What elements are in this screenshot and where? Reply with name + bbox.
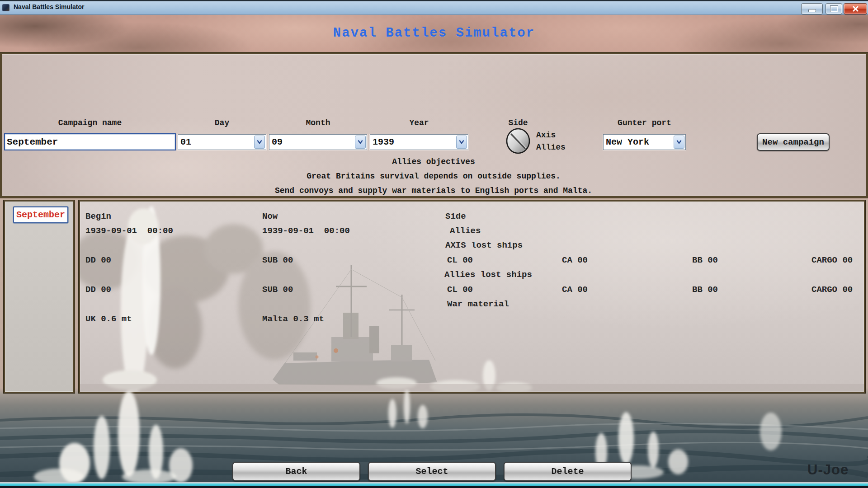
maximize-icon: [830, 6, 838, 12]
axis-lost-sub: SUB 00: [262, 255, 293, 265]
close-icon: [853, 6, 859, 12]
campaign-stats-panel: Begin Now Side 1939-09-01 00:00 1939-09-…: [79, 200, 865, 393]
watermark: U-Joe: [807, 462, 849, 478]
war-material-uk: UK 0.6 mt: [85, 314, 132, 324]
side-option-axis: Axis: [536, 131, 556, 140]
objectives-line: Send convoys and supply war materials to…: [2, 186, 865, 195]
allies-lost-cl: CL 00: [447, 285, 473, 295]
axis-lost-ca: CA 00: [562, 255, 588, 265]
begin-value: 1939-09-01 00:00: [85, 226, 173, 236]
minimize-icon: [808, 9, 816, 12]
delete-button[interactable]: Delete: [504, 462, 632, 481]
day-select[interactable]: 01: [178, 134, 266, 150]
side-value: Allies: [450, 226, 481, 236]
chevron-down-icon: [355, 136, 366, 149]
allies-lost-bb: BB 00: [692, 285, 718, 295]
window-title: Naval Battles Simulator: [14, 3, 84, 10]
allies-lost-sub: SUB 00: [262, 285, 293, 295]
allies-lost-title: Allies lost ships: [444, 270, 532, 280]
now-value: 1939-09-01 00:00: [262, 226, 350, 236]
campaign-list-item-september[interactable]: September: [13, 206, 68, 223]
allies-lost-ca: CA 00: [562, 285, 588, 295]
select-button[interactable]: Select: [368, 462, 496, 481]
campaign-name-input[interactable]: [4, 133, 176, 150]
month-select[interactable]: 09: [269, 134, 367, 150]
axis-lost-cargo: CARGO 00: [811, 255, 853, 265]
campaign-list-panel: September: [4, 200, 75, 393]
war-material-malta: Malta 0.3 mt: [262, 314, 324, 324]
axis-lost-cl: CL 00: [447, 255, 473, 265]
title-bar: Naval Battles Simulator: [0, 0, 868, 15]
chevron-down-icon: [456, 136, 467, 149]
begin-label: Begin: [85, 211, 111, 221]
side-label: Side: [495, 118, 541, 127]
axis-lost-dd: DD 00: [85, 255, 111, 265]
axis-lost-title: AXIS lost ships: [445, 240, 523, 250]
chevron-down-icon: [674, 136, 684, 149]
year-select[interactable]: 1939: [370, 134, 468, 150]
side-option-allies: Allies: [536, 143, 566, 152]
day-label: Day: [178, 118, 266, 127]
allies-lost-cargo: CARGO 00: [811, 285, 853, 295]
side-toggle-knob[interactable]: [505, 128, 532, 157]
maximize-button[interactable]: [826, 3, 842, 14]
app-icon: [2, 4, 9, 11]
allies-lost-dd: DD 00: [85, 285, 111, 295]
minimize-button[interactable]: [801, 3, 823, 14]
campaign-name-label: Campaign name: [4, 118, 176, 127]
knob-icon: [505, 128, 532, 155]
side-column-label: Side: [445, 211, 466, 221]
gunter-port-select[interactable]: New York: [603, 134, 686, 150]
now-label: Now: [262, 211, 278, 221]
new-campaign-button[interactable]: New campaign: [757, 133, 830, 151]
close-button[interactable]: [844, 3, 867, 14]
war-material-title: War material: [447, 299, 509, 309]
chevron-down-icon: [254, 136, 265, 149]
gunter-port-label: Gunter port: [603, 118, 686, 127]
objectives-line: Great Britains survival depends on outsi…: [2, 172, 865, 181]
month-label: Month: [269, 118, 367, 127]
back-button[interactable]: Back: [232, 462, 360, 481]
new-campaign-panel: Campaign name Day Month Year Side Gunter…: [0, 52, 868, 198]
objectives-title: Allies objectives: [2, 157, 865, 166]
year-label: Year: [370, 118, 468, 127]
page-title: Naval Battles Simulator: [0, 26, 868, 41]
bottom-dark-strip: [0, 486, 868, 488]
axis-lost-bb: BB 00: [692, 255, 718, 265]
